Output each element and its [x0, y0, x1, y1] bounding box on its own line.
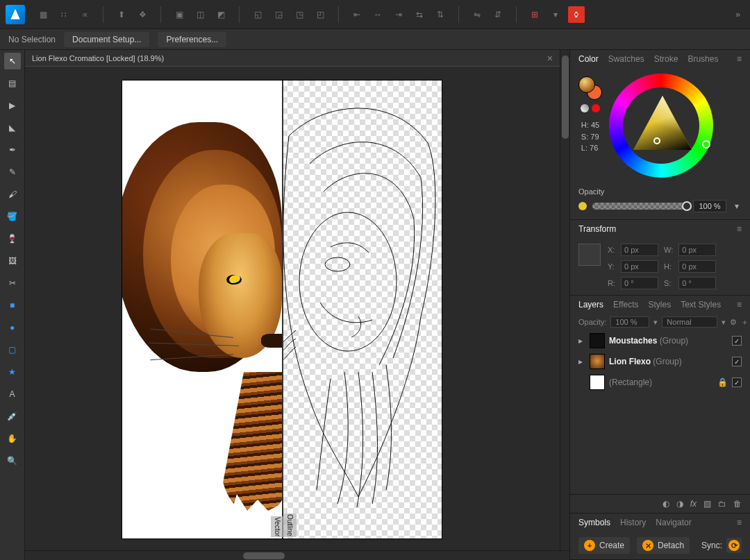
panel-menu-icon[interactable]: ≡ — [737, 224, 742, 234]
transform-h-input[interactable] — [678, 260, 716, 273]
flip-h-icon[interactable]: ⇋ — [469, 6, 485, 23]
ellipse-tool-icon[interactable]: ● — [4, 319, 21, 336]
arrange-backward-icon[interactable]: ◲ — [270, 6, 287, 23]
tab-layers[interactable]: Layers — [578, 300, 603, 309]
corner-tool-icon[interactable]: ◣ — [4, 119, 21, 136]
arrange-front-icon[interactable]: ◰ — [312, 6, 328, 23]
transform-w-input[interactable] — [678, 244, 716, 256]
layer-row[interactable]: (Rectangle) 🔒 ✓ — [570, 372, 750, 393]
rectangle-tool-icon[interactable]: ■ — [4, 297, 21, 314]
lock-icon[interactable]: 🔒 — [717, 377, 728, 387]
document-tab[interactable]: Lion Flexo Cromatico [Locked] (18.9%) × — [25, 50, 560, 67]
layer-opacity-value[interactable]: 100 % — [610, 316, 649, 328]
flip-v-icon[interactable]: ⇵ — [490, 6, 506, 23]
visibility-checkbox[interactable]: ✓ — [732, 336, 742, 346]
expand-icon[interactable]: ▸ — [578, 336, 585, 346]
tab-effects[interactable]: Effects — [613, 300, 638, 309]
delete-layer-icon[interactable]: 🗑 — [733, 499, 742, 509]
pencil-tool-icon[interactable]: ✎ — [4, 164, 21, 180]
hue-handle[interactable] — [702, 140, 710, 149]
select-all-icon[interactable]: ▣ — [171, 6, 188, 23]
transparency-tool-icon[interactable]: 🍷 — [4, 230, 21, 247]
layer-add-icon[interactable]: ＋ — [741, 317, 749, 328]
tab-text-styles[interactable]: Text Styles — [681, 300, 721, 309]
panel-menu-icon[interactable]: ≡ — [737, 54, 742, 64]
tab-brushes[interactable]: Brushes — [688, 54, 718, 64]
eyedropper-tool-icon[interactable]: 💉 — [4, 408, 21, 425]
fill-stroke-swatch[interactable] — [578, 76, 602, 100]
snapping-toggle-icon[interactable]: ⧲ — [568, 6, 585, 23]
new-group-icon[interactable]: 🗀 — [718, 499, 726, 509]
pan-tool-icon[interactable]: ✋ — [4, 430, 21, 447]
persona-export-icon[interactable]: ∝ — [76, 6, 93, 23]
visibility-checkbox[interactable]: ✓ — [732, 357, 742, 366]
blend-mode-select[interactable]: Normal — [662, 316, 717, 328]
fx-icon[interactable]: fx — [690, 499, 697, 509]
vertical-scrollbar[interactable] — [560, 50, 569, 560]
align-center-icon[interactable]: ↔ — [369, 6, 386, 23]
blend-mode-dd-icon[interactable]: ▾ — [722, 318, 726, 327]
expand-icon[interactable]: ▸ — [578, 357, 585, 366]
close-tab-icon[interactable]: × — [547, 53, 553, 64]
layer-opacity-dd-icon[interactable]: ▾ — [653, 318, 658, 327]
arrange-back-icon[interactable]: ◱ — [249, 6, 266, 23]
pen-tool-icon[interactable]: ✒ — [4, 142, 21, 158]
sync-toggle-button[interactable]: ⟳ — [726, 538, 742, 553]
color-wheel[interactable] — [609, 74, 713, 178]
align-right-icon[interactable]: ⇥ — [390, 6, 407, 23]
snap-grid-icon[interactable]: ⊞ — [526, 6, 543, 23]
transform-anchor-icon[interactable] — [578, 244, 601, 266]
adjustment-icon[interactable]: ◑ — [676, 499, 683, 509]
node-tool-icon[interactable]: ▶ — [4, 97, 21, 114]
eyedropper-icon[interactable] — [581, 104, 589, 112]
star-tool-icon[interactable]: ★ — [4, 364, 21, 380]
artboard-tool-icon[interactable]: ▤ — [4, 75, 21, 92]
transform-r-input[interactable] — [621, 277, 658, 289]
tab-symbols[interactable]: Symbols — [578, 518, 610, 527]
document-setup-button[interactable]: Document Setup... — [64, 32, 149, 47]
new-pixel-layer-icon[interactable]: ▧ — [703, 499, 711, 509]
tab-color[interactable]: Color — [578, 54, 599, 64]
tab-swatches[interactable]: Swatches — [608, 54, 644, 64]
persona-vector-icon[interactable]: ▦ — [35, 6, 51, 23]
layer-row[interactable]: ▸ Moustaches (Group) ✓ — [570, 330, 750, 351]
sat-lum-handle[interactable] — [653, 137, 660, 144]
zoom-tool-icon[interactable]: 🔍 — [4, 452, 21, 469]
create-symbol-button[interactable]: + Create — [578, 537, 630, 554]
horizontal-scrollbar[interactable] — [25, 550, 569, 560]
assets-icon[interactable]: ❖ — [134, 6, 151, 23]
transform-y-input[interactable] — [621, 260, 658, 273]
tab-navigator[interactable]: Navigator — [656, 518, 691, 527]
tab-history[interactable]: History — [620, 518, 646, 527]
crop-tool-icon[interactable]: ✂ — [4, 275, 21, 291]
distribute-v-icon[interactable]: ⇅ — [432, 6, 449, 23]
transform-s-input[interactable] — [678, 277, 716, 289]
artistic-text-tool-icon[interactable]: A — [4, 386, 21, 402]
layer-settings-icon[interactable]: ⚙ — [730, 318, 737, 327]
move-tool-icon[interactable]: ↖ — [4, 53, 21, 69]
opacity-slider[interactable] — [592, 203, 688, 210]
recent-color-icon[interactable] — [592, 104, 600, 112]
preferences-button[interactable]: Preferences... — [158, 32, 226, 47]
app-icon[interactable] — [6, 5, 25, 24]
tab-styles[interactable]: Styles — [649, 300, 672, 309]
detach-symbol-button[interactable]: ⤫ Detach — [637, 537, 690, 554]
panel-menu-icon[interactable]: ≡ — [737, 300, 742, 309]
arrange-forward-icon[interactable]: ◳ — [291, 6, 308, 23]
opacity-dropdown-icon[interactable]: ▾ — [732, 201, 742, 211]
tab-stroke[interactable]: Stroke — [654, 54, 678, 64]
rounded-rect-tool-icon[interactable]: ▢ — [4, 341, 21, 358]
distribute-h-icon[interactable]: ⇆ — [411, 6, 428, 23]
select-same-icon[interactable]: ◫ — [192, 6, 208, 23]
fill-tool-icon[interactable]: 🪣 — [4, 208, 21, 225]
mask-icon[interactable]: ◐ — [662, 499, 669, 509]
brush-tool-icon[interactable]: 🖌 — [4, 186, 21, 203]
align-left-icon[interactable]: ⇤ — [349, 6, 365, 23]
persona-pixel-icon[interactable]: ∷ — [56, 6, 72, 23]
opacity-value[interactable]: 100 % — [693, 200, 726, 212]
snap-options-icon[interactable]: ▾ — [547, 6, 564, 23]
toolbar-overflow-icon[interactable]: » — [731, 10, 744, 19]
layer-row[interactable]: ▸ Lion Flexo (Group) ✓ — [570, 351, 750, 372]
visibility-checkbox[interactable]: ✓ — [732, 377, 742, 387]
panel-menu-icon[interactable]: ≡ — [737, 518, 742, 527]
